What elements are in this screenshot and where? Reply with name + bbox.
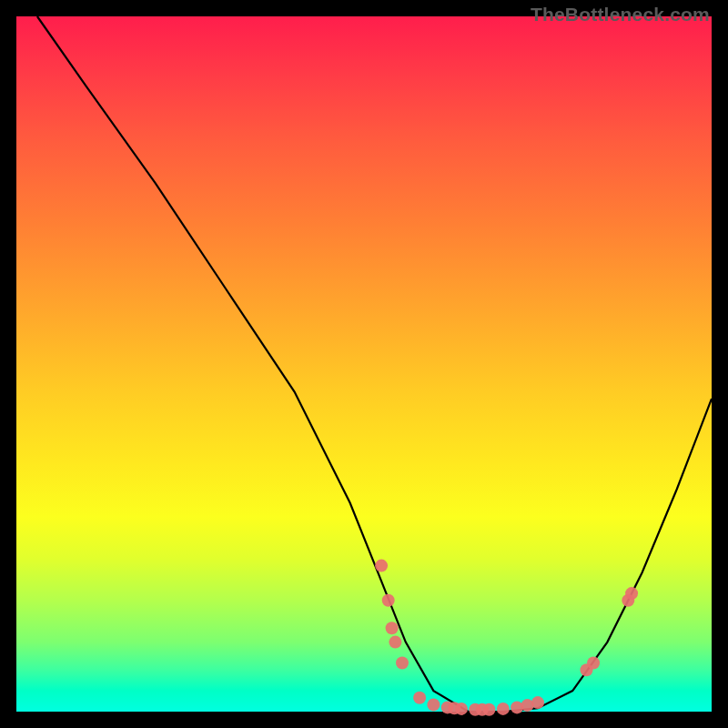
chart-svg	[16, 16, 712, 712]
chart-data-point	[497, 703, 510, 715]
chart-data-point	[396, 657, 409, 670]
chart-data-point	[413, 692, 426, 704]
bottleneck-curve	[37, 16, 712, 712]
chart-data-point	[531, 696, 544, 709]
chart-data-point	[389, 636, 401, 649]
chart-data-point	[483, 703, 496, 716]
chart-data-point	[587, 657, 600, 670]
chart-data-point	[427, 698, 440, 711]
chart-data-point	[375, 560, 388, 572]
chart-data-point	[382, 594, 395, 607]
chart-data-point	[455, 703, 468, 715]
chart-data-point	[386, 622, 399, 634]
chart-data-point	[625, 587, 638, 600]
chart-markers	[375, 560, 638, 716]
